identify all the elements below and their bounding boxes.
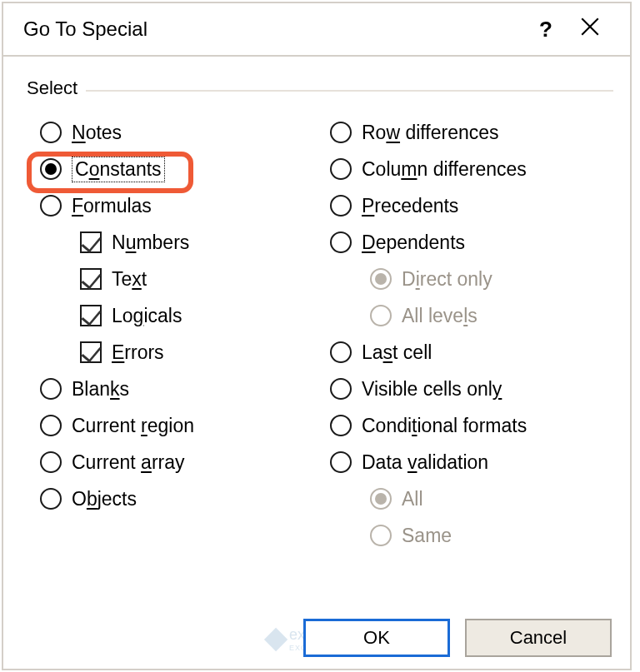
check-icon	[80, 268, 102, 290]
label-logicals: Logicals	[112, 305, 182, 327]
group-separator	[78, 90, 613, 92]
radio-dependents[interactable]: Dependents	[330, 224, 613, 261]
label-same: Same	[402, 525, 452, 547]
label-current-region: Current region	[72, 415, 194, 437]
label-direct-only: Direct only	[402, 268, 492, 291]
radio-direct-only: Direct only	[330, 261, 613, 297]
radio-icon	[330, 451, 352, 473]
radio-formulas[interactable]: Formulas	[40, 187, 323, 224]
radio-current-region[interactable]: Current region	[40, 407, 323, 444]
help-button[interactable]: ?	[527, 17, 565, 42]
radio-constants[interactable]: Constants	[40, 151, 323, 187]
titlebar: Go To Special ?	[3, 3, 630, 57]
check-numbers[interactable]: Numbers	[40, 224, 323, 261]
radio-icon	[330, 341, 352, 363]
radio-icon	[370, 305, 392, 326]
label-col-diff: Column differences	[362, 158, 527, 181]
radio-precedents[interactable]: Precedents	[330, 187, 613, 224]
radio-objects[interactable]: Objects	[40, 480, 323, 517]
label-precedents: Precedents	[362, 195, 458, 217]
watermark-logo-icon	[264, 627, 288, 650]
radio-notes[interactable]: Notes	[40, 114, 323, 151]
check-icon	[80, 231, 102, 253]
label-objects: Objects	[72, 488, 137, 510]
left-column: Notes Constants Formulas Numbers Text	[27, 114, 323, 554]
content-area: Select Notes Constants Formulas	[3, 57, 630, 554]
radio-visible-cells[interactable]: Visible cells only	[330, 371, 613, 407]
radio-data-validation[interactable]: Data validation	[330, 444, 613, 480]
label-formulas: Formulas	[72, 195, 152, 217]
label-numbers: Numbers	[112, 231, 189, 254]
label-blanks: Blanks	[72, 378, 129, 401]
radio-last-cell[interactable]: Last cell	[330, 334, 613, 371]
cancel-button[interactable]: Cancel	[465, 619, 612, 657]
check-icon	[80, 341, 102, 363]
check-errors[interactable]: Errors	[40, 334, 323, 371]
label-last-cell: Last cell	[362, 341, 432, 364]
check-logicals[interactable]: Logicals	[40, 297, 323, 334]
check-icon	[80, 305, 102, 326]
label-conditional: Conditional formats	[362, 415, 527, 437]
radio-icon	[330, 415, 352, 436]
label-errors: Errors	[112, 341, 164, 364]
radio-icon	[330, 195, 352, 217]
radio-blanks[interactable]: Blanks	[40, 371, 323, 407]
button-row: OK Cancel	[303, 619, 612, 657]
close-icon	[579, 16, 601, 37]
radio-icon	[370, 488, 392, 510]
radio-icon	[40, 415, 62, 436]
ok-button[interactable]: OK	[303, 619, 450, 657]
label-all: All	[402, 488, 423, 510]
group-label: Select	[27, 77, 86, 99]
radio-icon	[40, 451, 62, 473]
radio-row-differences[interactable]: Row differences	[330, 114, 613, 151]
radio-icon	[370, 525, 392, 546]
label-all-levels: All levels	[402, 305, 478, 327]
radio-icon	[330, 378, 352, 400]
check-text[interactable]: Text	[40, 261, 323, 297]
radio-all-levels: All levels	[330, 297, 613, 334]
radio-icon	[40, 122, 62, 143]
right-column: Row differences Column differences Prece…	[323, 114, 613, 554]
radio-icon	[330, 122, 352, 143]
label-visible: Visible cells only	[362, 378, 502, 401]
dialog-title: Go To Special	[23, 17, 527, 41]
radio-current-array[interactable]: Current array	[40, 444, 323, 480]
radio-same: Same	[330, 517, 613, 554]
radio-icon	[330, 158, 352, 180]
radio-icon	[40, 488, 62, 510]
radio-column-differences[interactable]: Column differences	[330, 151, 613, 187]
label-constants: Constants	[72, 157, 165, 182]
label-data-validation: Data validation	[362, 451, 488, 474]
label-row-diff: Row differences	[362, 122, 499, 144]
radio-icon	[40, 378, 62, 400]
go-to-special-dialog: Go To Special ? Select Notes Constants	[2, 2, 632, 670]
radio-conditional-formats[interactable]: Conditional formats	[330, 407, 613, 444]
radio-icon	[40, 158, 62, 180]
label-text: Text	[112, 268, 147, 291]
label-notes: Notes	[72, 122, 122, 144]
radio-icon	[330, 231, 352, 253]
close-button[interactable]	[565, 16, 615, 42]
radio-icon	[370, 268, 392, 290]
radio-all: All	[330, 480, 613, 517]
radio-icon	[40, 195, 62, 217]
label-current-array: Current array	[72, 451, 185, 474]
label-dependents: Dependents	[362, 231, 465, 254]
